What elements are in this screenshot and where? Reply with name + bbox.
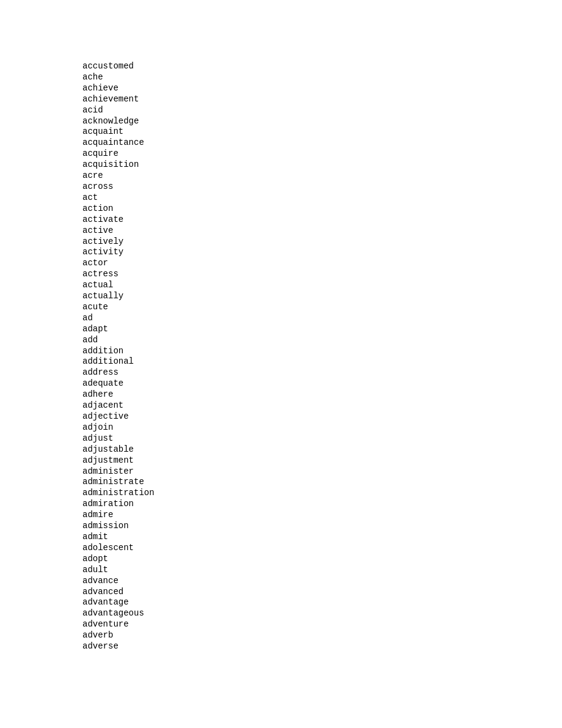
list-item: admission [82,521,562,532]
list-item: adverse [82,641,562,652]
list-item: adjoin [82,422,562,433]
list-item: advantage [82,597,562,608]
list-item: actor [82,258,562,269]
list-item: adventure [82,619,562,630]
list-item: achievement [82,94,562,105]
list-item: advantageous [82,608,562,619]
list-item: adjacent [82,400,562,411]
word-list: accustomedacheachieveachievementacidackn… [82,61,562,652]
list-item: accustomed [82,61,562,72]
list-item: addition [82,346,562,357]
list-item: actual [82,280,562,291]
list-item: adjustment [82,455,562,466]
list-item: acquaint [82,127,562,138]
list-item: advanced [82,587,562,598]
list-item: adequate [82,378,562,389]
list-item: add [82,335,562,346]
list-item: additional [82,356,562,367]
list-item: acknowledge [82,116,562,127]
list-item: administer [82,466,562,477]
list-item: ache [82,72,562,83]
list-item: across [82,182,562,193]
list-item: adjust [82,433,562,444]
list-item: ad [82,313,562,324]
list-item: adapt [82,324,562,335]
list-item: achieve [82,83,562,94]
list-item: acre [82,171,562,182]
list-item: adjustable [82,444,562,455]
list-item: acid [82,105,562,116]
list-item: admire [82,510,562,521]
list-item: acquire [82,149,562,160]
list-item: advance [82,576,562,587]
list-item: adolescent [82,543,562,554]
list-item: acute [82,302,562,313]
list-item: acquisition [82,160,562,171]
list-item: address [82,367,562,378]
list-item: admiration [82,499,562,510]
list-item: activate [82,215,562,226]
list-item: actively [82,237,562,248]
list-item: adult [82,565,562,576]
list-item: activity [82,247,562,258]
list-item: acquaintance [82,138,562,149]
list-item: adopt [82,554,562,565]
list-item: administrate [82,477,562,488]
list-item: action [82,204,562,215]
list-item: actress [82,269,562,280]
list-item: actually [82,291,562,302]
list-item: adverb [82,630,562,641]
list-item: active [82,226,562,237]
list-item: administration [82,488,562,499]
list-item: adjective [82,411,562,422]
list-item: act [82,193,562,204]
list-item: adhere [82,389,562,400]
list-item: admit [82,532,562,543]
